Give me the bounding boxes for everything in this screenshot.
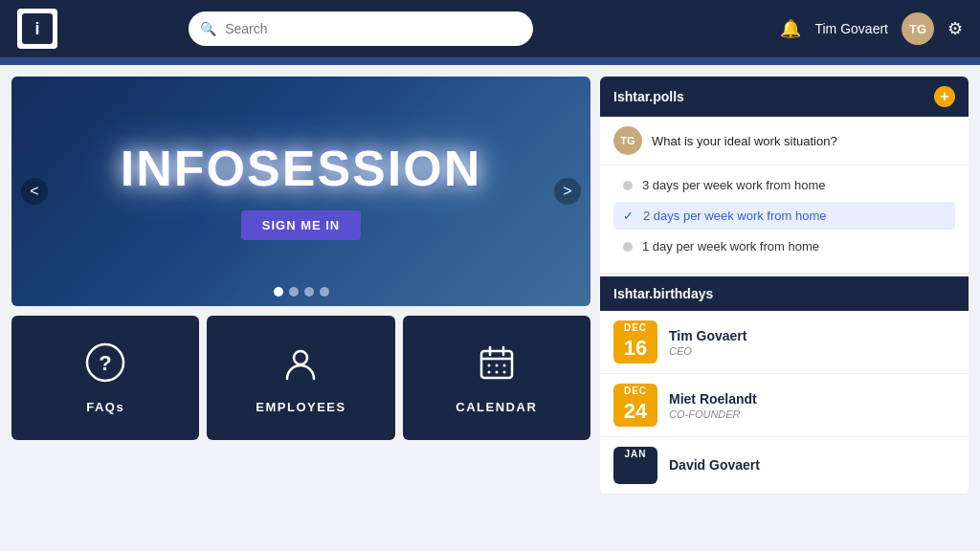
left-column: INFOSESSION SIGN ME IN < > ? FAQs (11, 77, 590, 495)
logo-letter: i (22, 13, 53, 44)
main-content: INFOSESSION SIGN ME IN < > ? FAQs (0, 65, 980, 495)
birthday-role-1: CEO (669, 345, 746, 357)
poll-options: 3 days per week work from home ✓ 2 days … (600, 165, 969, 273)
svg-point-12 (502, 370, 505, 373)
birthday-role-2: CO-FOUNDER (669, 408, 757, 420)
banner-dot-4[interactable] (320, 287, 329, 297)
birthday-info-2: Miet Roelandt CO-FOUNDER (669, 391, 757, 420)
banner-title: INFOSESSION (121, 143, 481, 193)
banner-next-button[interactable]: > (554, 178, 581, 205)
poll-question-row: TG What is your ideal work situation? (600, 117, 969, 165)
poll-option-3-text: 1 day per week work from home (642, 239, 819, 253)
poll-avatar: TG (613, 126, 642, 155)
tile-employees-label: EMPLOYEES (256, 400, 345, 414)
tiles-row: ? FAQs EMPLOYEES (11, 316, 590, 440)
birthday-cal-1: DEC 16 (613, 320, 657, 364)
birthday-list: DEC 16 Tim Govaert CEO DEC 24 Miet Roela… (600, 311, 969, 495)
birthday-item-1: DEC 16 Tim Govaert CEO (600, 311, 969, 374)
birthday-cal-3: JAN (613, 447, 657, 483)
svg-point-11 (495, 370, 498, 373)
banner-sign-me-in-button[interactable]: SIGN ME IN (241, 210, 362, 240)
calendar-icon (477, 342, 517, 390)
birthdays-header: Ishtar.birthdays (600, 276, 969, 311)
birthday-cal-2: DEC 24 (613, 384, 657, 427)
birthdays-title: Ishtar.birthdays (613, 286, 713, 301)
search-bar-container: 🔍 (189, 11, 533, 46)
svg-point-10 (487, 370, 490, 373)
header-right: 🔔 Tim Govaert TG ⚙ (780, 12, 963, 45)
poll-dot-3 (623, 242, 633, 252)
birthday-name-2: Miet Roelandt (669, 391, 757, 407)
birthday-month-3: JAN (613, 447, 657, 461)
poll-option-1[interactable]: 3 days per week work from home (613, 171, 955, 199)
tile-calendar[interactable]: CALENDAR (403, 316, 590, 440)
user-name-label: Tim Govaert (814, 21, 888, 36)
poll-option-1-text: 3 days per week work from home (642, 178, 825, 192)
birthdays-section: Ishtar.birthdays DEC 16 Tim Govaert CEO … (600, 276, 969, 495)
poll-option-2[interactable]: ✓ 2 days per week work from home (613, 202, 955, 230)
birthday-month-1: DEC (613, 320, 657, 335)
svg-point-8 (495, 364, 498, 366)
birthday-day-1: 16 (613, 335, 657, 364)
tile-faqs-label: FAQs (86, 400, 124, 414)
poll-option-3[interactable]: 1 day per week work from home (613, 232, 955, 260)
banner-dot-2[interactable] (289, 287, 299, 297)
polls-header: Ishtar.polls + (600, 77, 969, 117)
banner-dot-3[interactable] (304, 287, 314, 297)
sub-bar (0, 57, 980, 65)
tile-faqs[interactable]: ? FAQs (11, 316, 199, 440)
banner-prev-button[interactable]: < (21, 178, 48, 205)
birthday-day-3 (613, 461, 657, 483)
avatar[interactable]: TG (902, 12, 934, 45)
birthday-info-1: Tim Govaert CEO (669, 328, 746, 357)
birthday-info-3: David Govaert (669, 457, 760, 474)
polls-add-button[interactable]: + (934, 86, 955, 107)
poll-check-2: ✓ (623, 209, 634, 223)
birthday-month-2: DEC (613, 384, 657, 398)
tile-employees[interactable]: EMPLOYEES (207, 316, 394, 440)
bell-icon[interactable]: 🔔 (780, 18, 801, 39)
poll-option-2-text: 2 days per week work from home (643, 209, 826, 223)
faqs-icon: ? (85, 342, 125, 390)
birthday-item-3: JAN David Govaert (600, 437, 969, 494)
birthday-name-3: David Govaert (669, 457, 760, 473)
tile-calendar-label: CALENDAR (456, 400, 537, 414)
poll-dot-1 (623, 181, 633, 190)
gear-icon[interactable]: ⚙ (947, 18, 963, 39)
poll-question-text: What is your ideal work situation? (652, 134, 837, 148)
birthday-name-1: Tim Govaert (669, 328, 746, 343)
svg-point-7 (487, 364, 490, 366)
birthday-day-2: 24 (613, 398, 657, 427)
svg-point-2 (294, 351, 307, 364)
search-input[interactable] (189, 11, 533, 46)
polls-title: Ishtar.polls (613, 89, 684, 104)
banner-dots (274, 287, 329, 297)
svg-point-9 (502, 364, 505, 366)
banner: INFOSESSION SIGN ME IN < > (11, 77, 590, 306)
birthday-item-2: DEC 24 Miet Roelandt CO-FOUNDER (600, 374, 969, 437)
right-column: Ishtar.polls + TG What is your ideal wor… (600, 77, 969, 495)
svg-text:?: ? (99, 351, 111, 375)
polls-section: Ishtar.polls + TG What is your ideal wor… (600, 77, 969, 273)
employees-icon (280, 342, 321, 390)
logo[interactable]: i (17, 9, 57, 49)
top-header: i 🔍 🔔 Tim Govaert TG ⚙ (0, 0, 980, 57)
search-icon: 🔍 (200, 21, 216, 36)
banner-dot-1[interactable] (274, 287, 283, 297)
